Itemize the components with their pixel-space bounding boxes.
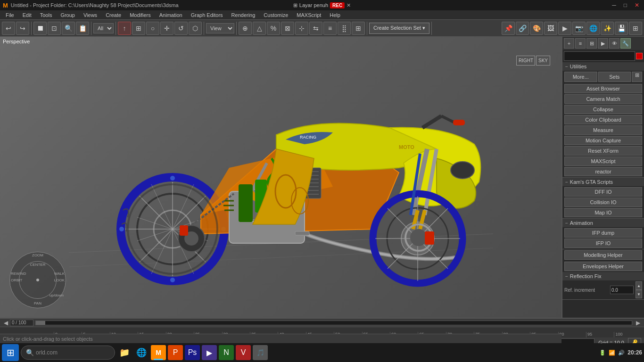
motion-capture-btn[interactable]: Motion Capture bbox=[564, 136, 642, 145]
select-lasso-btn[interactable]: ○ bbox=[146, 22, 159, 35]
mirror-btn[interactable]: ⇆ bbox=[309, 22, 322, 35]
redo-btn[interactable]: ↪ bbox=[16, 22, 29, 35]
color-clipboard-btn[interactable]: Color Clipboard bbox=[564, 115, 642, 124]
menu-create[interactable]: Create bbox=[102, 11, 125, 19]
material-editor-btn[interactable]: 🎨 bbox=[530, 22, 543, 35]
menu-file[interactable]: File bbox=[2, 11, 18, 19]
select-filter-btn[interactable]: 🔍 bbox=[62, 22, 75, 35]
menu-customize[interactable]: Customize bbox=[260, 11, 292, 19]
snaps-btn[interactable]: ⊕ bbox=[239, 22, 252, 35]
panel-display-btn[interactable]: 👁 bbox=[609, 38, 619, 49]
taskbar-app2[interactable]: Ps bbox=[185, 345, 200, 360]
panel-motion-btn[interactable]: ▶ bbox=[598, 38, 608, 49]
taskbar-search[interactable]: 🔍 orld.com bbox=[21, 346, 115, 360]
viewport[interactable]: Perspective bbox=[0, 37, 561, 318]
select-region-btn[interactable]: ⊡ bbox=[48, 22, 61, 35]
snap-angle-btn[interactable]: △ bbox=[253, 22, 266, 35]
move-btn[interactable]: ✛ bbox=[160, 22, 173, 35]
ifp-dump-btn[interactable]: IFP dump bbox=[564, 228, 642, 238]
view-cube-sky[interactable]: SKY bbox=[536, 56, 550, 66]
kams-gta-header[interactable]: − Kam's GTA Scripts bbox=[562, 178, 644, 186]
ifp-io-btn[interactable]: IFP IO bbox=[564, 239, 642, 248]
close-stream-btn[interactable]: ✕ bbox=[347, 2, 351, 8]
percent-snap-btn[interactable]: % bbox=[267, 22, 280, 35]
minimize-btn[interactable]: ─ bbox=[610, 2, 618, 8]
menu-graph-editors[interactable]: Graph Editors bbox=[187, 11, 227, 19]
menu-help[interactable]: Help bbox=[326, 11, 344, 19]
named-select-btn[interactable]: 📌 bbox=[502, 22, 515, 35]
render-setup-btn[interactable]: 🖼 bbox=[544, 22, 557, 35]
maximize-btn[interactable]: □ bbox=[622, 2, 629, 8]
reflection-fix-header[interactable]: − Reflection Fix bbox=[562, 272, 644, 280]
select-filter-dropdown[interactable]: All bbox=[93, 23, 114, 33]
ram-player-btn[interactable]: 💾 bbox=[615, 22, 628, 35]
panel-create-btn[interactable]: + bbox=[564, 38, 574, 49]
taskbar-3dsmax[interactable]: M bbox=[151, 345, 166, 360]
menu-animation[interactable]: Animation bbox=[156, 11, 186, 19]
utilities-header[interactable]: − Utilities bbox=[562, 62, 644, 71]
utilities-collapse[interactable]: − bbox=[565, 64, 568, 69]
view-cube-right[interactable]: RIGHT bbox=[516, 56, 535, 66]
start-btn[interactable]: ⊞ bbox=[2, 344, 19, 361]
scroll-track[interactable] bbox=[35, 321, 632, 325]
taskbar-app4[interactable]: N bbox=[219, 345, 234, 360]
align-btn[interactable]: ≡ bbox=[323, 22, 337, 35]
asset-browser-btn[interactable]: Asset Browser bbox=[564, 84, 642, 93]
spacing-btn[interactable]: ⣿ bbox=[338, 22, 351, 35]
animation-collapse[interactable]: − bbox=[565, 221, 568, 226]
undo-btn[interactable]: ↩ bbox=[2, 22, 15, 35]
dff-io-btn[interactable]: DFF IO bbox=[564, 187, 642, 197]
nav-gizmo[interactable]: ZOOM CENTER WALK REWIND ORBIT LOOK PAN u… bbox=[9, 252, 66, 308]
close-btn[interactable]: ✕ bbox=[633, 2, 641, 8]
scale-btn[interactable]: ⬡ bbox=[189, 22, 202, 35]
modelling-helper-btn[interactable]: Modelling Helper bbox=[564, 250, 642, 260]
render-frame-btn[interactable]: 📷 bbox=[572, 22, 586, 35]
array-btn[interactable]: ⊞ bbox=[352, 22, 365, 35]
scroll-left-btn[interactable]: ◀ bbox=[2, 320, 10, 326]
more-btn[interactable]: More... bbox=[564, 72, 597, 82]
envelopes-helper-btn[interactable]: Envelopes Helper bbox=[564, 262, 642, 271]
panel-search-input[interactable] bbox=[564, 51, 635, 61]
view-dropdown[interactable]: View bbox=[206, 23, 234, 33]
collision-io-btn[interactable]: Collision IO bbox=[564, 197, 642, 207]
menu-rendering[interactable]: Rendering bbox=[228, 11, 259, 19]
select-object-btn[interactable]: 🔲 bbox=[33, 22, 47, 35]
menu-tools[interactable]: Tools bbox=[36, 11, 56, 19]
environment-btn[interactable]: 🌐 bbox=[586, 22, 600, 35]
extra-btn[interactable]: ⊞ bbox=[629, 22, 642, 35]
maxscript-btn[interactable]: MAXScript bbox=[564, 156, 642, 166]
taskbar-app6[interactable]: 🎵 bbox=[253, 345, 268, 360]
select-rect-btn[interactable]: ⊞ bbox=[132, 22, 145, 35]
panel-utilities-btn[interactable]: 🔧 bbox=[620, 38, 631, 49]
scroll-right-btn[interactable]: ▶ bbox=[634, 320, 642, 326]
collapse-btn[interactable]: Collapse bbox=[564, 105, 642, 114]
scroll-thumb[interactable] bbox=[36, 321, 45, 325]
menu-maxscript[interactable]: MAXScript bbox=[293, 11, 325, 19]
rotate-btn[interactable]: ↺ bbox=[174, 22, 188, 35]
view-cube[interactable]: RIGHT SKY bbox=[514, 56, 552, 84]
ref-spin-down[interactable]: ▼ bbox=[636, 290, 642, 298]
map-io-btn[interactable]: Map IO bbox=[564, 208, 642, 217]
select-move-btn[interactable]: ↑ bbox=[118, 22, 131, 35]
panel-modify-btn[interactable]: ≡ bbox=[575, 38, 586, 49]
schematic-view-btn[interactable]: 🔗 bbox=[516, 22, 529, 35]
sets-btn[interactable]: Sets bbox=[598, 72, 631, 82]
taskbar-app3[interactable]: ▶ bbox=[202, 345, 217, 360]
menu-views[interactable]: Views bbox=[80, 11, 101, 19]
kams-gta-collapse[interactable]: − bbox=[565, 180, 568, 185]
taskbar-app5[interactable]: V bbox=[236, 345, 251, 360]
menu-modifiers[interactable]: Modifiers bbox=[126, 11, 155, 19]
menu-group[interactable]: Group bbox=[57, 11, 79, 19]
sets-extra-btn[interactable]: ⊞ bbox=[632, 72, 642, 82]
taskbar-file-explorer[interactable]: 📁 bbox=[117, 345, 132, 360]
select-by-name-btn[interactable]: 📋 bbox=[76, 22, 89, 35]
reset-xform-btn[interactable]: Reset XForm bbox=[564, 146, 642, 156]
snap-spinner-btn[interactable]: ⊠ bbox=[281, 22, 294, 35]
create-selection-set-btn[interactable]: Create Selection Set ▾ bbox=[369, 23, 429, 34]
menu-edit[interactable]: Edit bbox=[19, 11, 35, 19]
taskbar-edge[interactable]: 🌐 bbox=[134, 345, 149, 360]
render-effects-btn[interactable]: ✨ bbox=[601, 22, 614, 35]
ref-spin-up[interactable]: ▲ bbox=[636, 281, 642, 290]
taskbar-app1[interactable]: P bbox=[168, 345, 183, 360]
quick-render-btn[interactable]: ▶ bbox=[558, 22, 571, 35]
